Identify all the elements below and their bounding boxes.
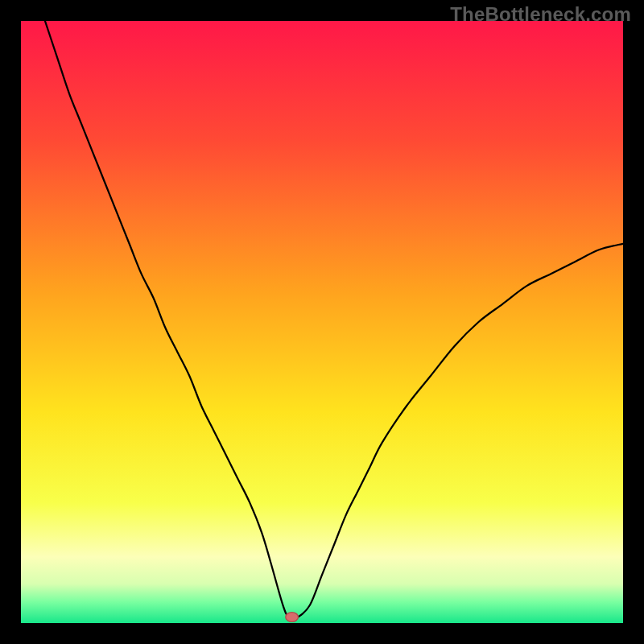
bottleneck-plot bbox=[21, 21, 623, 623]
chart-frame: TheBottleneck.com bbox=[0, 0, 644, 644]
optimum-marker bbox=[286, 613, 299, 622]
plot-background bbox=[21, 21, 623, 623]
